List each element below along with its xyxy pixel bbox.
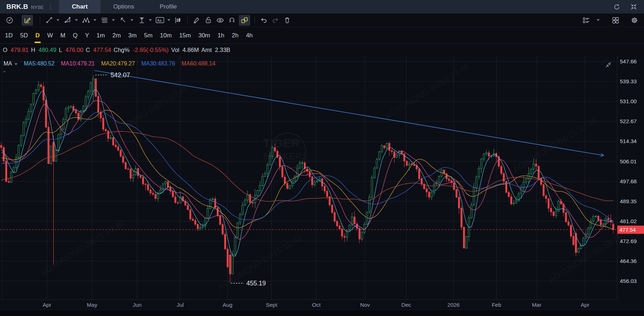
price-axis-label: 514.34 [620, 138, 637, 144]
timeframe-m[interactable]: M [60, 27, 65, 43]
close-label: C [86, 47, 90, 53]
svg-text:AOXUNONG 04/15 10:46: AOXUNONG 04/15 10:46 [383, 61, 471, 121]
link-objects-icon[interactable] [239, 15, 250, 26]
layout-list-icon[interactable] [582, 16, 591, 25]
polyline-dropdown-caret[interactable] [75, 19, 78, 21]
close-value: 477.54 [93, 47, 111, 53]
chart-area[interactable]: TIGERBROKERSAOXUNONG 04/15 10:46AOXUNONG… [0, 56, 644, 316]
ma-legend-item-1: MA5:480.52 [24, 60, 54, 67]
tab-options[interactable]: Options [101, 0, 147, 14]
collapse-chart-icon[interactable] [605, 61, 612, 70]
gann-tool-icon[interactable]: G [100, 16, 109, 25]
timeframe-15m[interactable]: 15m [179, 27, 191, 43]
exit-fullscreen-icon[interactable] [630, 3, 638, 11]
svg-text:G: G [101, 17, 104, 20]
price-axis-label: 506.01 [620, 158, 637, 165]
candlestick-plot[interactable]: TIGERBROKERSAOXUNONG 04/15 10:46AOXUNONG… [0, 56, 644, 316]
candle-pattern-tool-icon[interactable] [174, 16, 183, 25]
grid-layout-icon[interactable] [611, 16, 620, 25]
svg-text:AOXUNONG 04/15 10:46: AOXUNONG 04/15 10:46 [38, 218, 126, 278]
timeframe-1m[interactable]: 1m [97, 27, 105, 43]
timeframe-5d[interactable]: 5D [20, 27, 28, 43]
time-axis-label: Oct [312, 302, 321, 308]
volume-value: 4.86M [183, 47, 199, 53]
freehand-draw-icon[interactable] [192, 16, 201, 25]
timeframe-2h[interactable]: 2h [232, 27, 238, 43]
timeframe-1d[interactable]: 1D [5, 27, 13, 43]
price-axis[interactable]: 547.66539.33531.00522.67514.34506.01497.… [617, 56, 644, 300]
price-axis-label: 481.02 [620, 218, 637, 225]
exchange-label: NYSE [31, 5, 43, 10]
arrow-tool-icon[interactable] [118, 16, 128, 25]
price-annotation: 542.07 [111, 72, 130, 79]
toolbar-separator [187, 16, 188, 24]
symbol-label: BRK.B [6, 3, 28, 11]
timeframe-5m[interactable]: 5m [144, 27, 152, 43]
price-axis-label: 472.69 [620, 238, 637, 244]
svg-text:AOXUNONG 04/15 10:46: AOXUNONG 04/15 10:46 [102, 83, 190, 142]
layout-dropdown-caret[interactable] [597, 19, 600, 21]
redo-icon[interactable] [271, 16, 280, 25]
svg-text:Aa: Aa [157, 18, 162, 22]
price-axis-label: 464.36 [620, 258, 637, 264]
timeframe-30m[interactable]: 30m [198, 27, 210, 43]
trend-line-tool-icon[interactable] [44, 16, 54, 25]
wave-pattern-tool-icon[interactable] [81, 16, 91, 25]
timeframe-4h[interactable]: 4h [246, 27, 253, 43]
cursor-mode-icon[interactable] [5, 16, 14, 25]
time-axis-label: Feb [492, 302, 501, 308]
trend-line-dropdown-caret[interactable] [57, 19, 59, 21]
bottom-panel-strip [0, 310, 644, 316]
trading-app-window: BRK.B NYSE | Chart Options Profile [0, 0, 644, 316]
timeframe-d[interactable]: D [35, 27, 39, 43]
price-axis-label: 531.00 [620, 98, 637, 105]
timeframe-w[interactable]: W [47, 27, 53, 43]
text-tool-icon[interactable]: Aa [155, 16, 165, 25]
quote-bar: O 479.81 H 480.49 L 476.00 C 477.54 Chg%… [0, 44, 644, 56]
delete-trash-icon[interactable] [283, 16, 292, 25]
arrow-dropdown-caret[interactable] [130, 19, 133, 21]
price-axis-label: 522.67 [620, 118, 637, 125]
time-axis-label: Jun [133, 302, 142, 308]
high-value: 480.49 [38, 47, 56, 53]
svg-text:AOXUNONG 04/15 10:46: AOXUNONG 04/15 10:46 [511, 115, 599, 174]
collapse-panel-chevron-icon[interactable]: ⌃ [2, 70, 7, 75]
header-divider: | [50, 4, 52, 10]
timeframe-10m[interactable]: 10m [160, 27, 172, 43]
time-axis-label: Mar [532, 302, 542, 308]
ma-legend-item-4: MA30:483.76 [141, 60, 175, 67]
settings-gear-icon[interactable] [630, 16, 639, 25]
tab-chart[interactable]: Chart [59, 0, 100, 14]
gann-dropdown-caret[interactable] [112, 19, 115, 21]
visibility-eye-icon[interactable] [215, 16, 225, 25]
change-label: Chg% [114, 47, 130, 53]
top-bar: BRK.B NYSE | Chart Options Profile [0, 0, 644, 14]
wave-dropdown-caret[interactable] [93, 19, 96, 21]
time-axis-label: Sept [266, 302, 277, 308]
toolbar-separator [40, 16, 40, 24]
timeframe-q[interactable]: Q [73, 27, 77, 43]
text-dropdown-caret[interactable] [167, 19, 170, 21]
draw-pencil-icon[interactable] [22, 15, 33, 26]
time-axis-label: May [87, 302, 97, 308]
tab-profile[interactable]: Profile [147, 0, 189, 14]
measure-dropdown-caret[interactable] [149, 19, 152, 21]
magnet-icon[interactable] [227, 16, 236, 25]
unlock-icon[interactable] [204, 16, 213, 25]
timeframe-y[interactable]: Y [85, 27, 89, 43]
toolbar-separator [254, 16, 255, 24]
price-axis-label: 497.68 [620, 178, 637, 185]
open-value: 479.81 [11, 47, 28, 53]
measure-tool-icon[interactable] [137, 16, 146, 25]
refresh-icon[interactable] [613, 3, 621, 11]
undo-icon[interactable] [259, 16, 268, 25]
ma-indicator-selector[interactable]: MA [4, 60, 17, 67]
ma-dropdown-caret[interactable] [15, 63, 17, 65]
polyline-tool-icon[interactable] [63, 16, 72, 25]
timeframe-2m[interactable]: 2m [112, 27, 121, 43]
timeframe-3m[interactable]: 3m [128, 27, 137, 43]
timeframe-1h[interactable]: 1h [218, 27, 224, 43]
ma-legend-item-3: MA20:479.27 [101, 60, 135, 67]
time-axis-label: Jul [177, 302, 184, 308]
price-axis-label: 489.35 [620, 198, 637, 205]
